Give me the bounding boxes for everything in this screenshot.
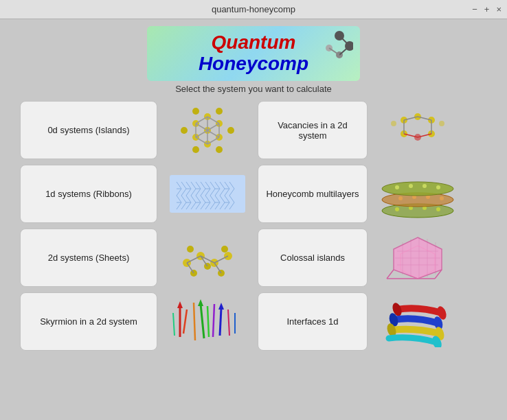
main-content: Quantum Honeycomp Select the system you … [0, 19, 507, 358]
svg-point-14 [227, 127, 234, 134]
svg-rect-46 [170, 175, 245, 213]
svg-point-15 [181, 127, 188, 134]
window-controls[interactable]: − + × [472, 4, 502, 14]
btn-2d-sheets[interactable]: 2d systems (Sheets) [20, 229, 157, 287]
svg-line-114 [213, 304, 214, 337]
img-2d-sheets [163, 229, 252, 287]
svg-point-19 [192, 146, 199, 153]
svg-line-27 [207, 124, 219, 130]
system-grid: 0d systems (Islands) [20, 101, 487, 351]
btn-skyrmion-2d[interactable]: Skyrmion in a 2d system [20, 292, 157, 351]
logo-molecule-decoration [298, 29, 353, 63]
close-button[interactable]: × [496, 4, 502, 14]
minimize-button[interactable]: − [472, 4, 477, 14]
svg-marker-109 [198, 299, 203, 306]
window-title: quantum-honeycomp [212, 4, 295, 14]
svg-point-64 [436, 207, 440, 211]
svg-line-101 [387, 270, 394, 279]
svg-point-85 [221, 246, 228, 253]
svg-line-107 [183, 310, 187, 334]
title-bar: quantum-honeycomp − + × [0, 0, 507, 19]
svg-marker-106 [177, 301, 183, 308]
svg-line-31 [196, 124, 207, 130]
btn-honeycomb-multilayers[interactable]: Honeycomb multilayers [258, 165, 368, 223]
btn-colossal-islands[interactable]: Colossal islands [258, 229, 368, 287]
img-honeycomb-multilayers [373, 165, 462, 223]
maximize-button[interactable]: + [484, 4, 490, 14]
svg-point-70 [440, 196, 444, 200]
svg-line-30 [196, 130, 207, 137]
svg-line-115 [228, 310, 229, 336]
svg-point-74 [409, 184, 413, 188]
svg-point-76 [436, 185, 440, 189]
svg-line-117 [173, 313, 174, 336]
svg-line-20 [207, 117, 219, 124]
svg-line-28 [207, 130, 219, 137]
svg-line-23 [196, 137, 207, 144]
svg-line-4 [339, 36, 350, 46]
svg-point-39 [391, 121, 396, 126]
logo-honeycomp: Honeycomp [199, 54, 308, 75]
svg-point-18 [216, 146, 223, 153]
img-colossal-islands [373, 229, 462, 287]
svg-line-110 [207, 306, 209, 337]
svg-point-17 [192, 108, 199, 115]
svg-point-38 [439, 121, 444, 126]
svg-line-22 [207, 137, 219, 144]
svg-marker-112 [218, 303, 224, 310]
img-1d-ribbons [163, 165, 252, 223]
subtitle-text: Select the system you want to calculate [175, 84, 332, 94]
svg-point-84 [187, 246, 194, 253]
img-skyrmion-2d [163, 292, 252, 351]
btn-1d-ribbons[interactable]: 1d systems (Ribbons) [20, 165, 157, 223]
logo-quantum: Quantum [212, 32, 296, 54]
btn-vacancies-2d[interactable]: Vacancies in a 2d system [258, 101, 368, 159]
img-interfaces-1d [373, 292, 462, 351]
svg-point-73 [395, 185, 399, 189]
svg-point-61 [395, 207, 399, 211]
svg-point-75 [422, 184, 427, 188]
svg-point-16 [216, 108, 223, 115]
svg-line-6 [329, 48, 339, 55]
svg-line-113 [194, 303, 195, 340]
btn-interfaces-1d[interactable]: Interfaces 1d [258, 292, 368, 351]
svg-line-108 [201, 304, 204, 338]
img-0d-islands [163, 101, 252, 159]
svg-line-25 [196, 117, 207, 124]
img-vacancies-2d [373, 101, 462, 159]
logo-area: Quantum Honeycomp [147, 26, 360, 81]
svg-line-111 [220, 308, 221, 336]
svg-point-67 [398, 196, 403, 200]
btn-0d-islands[interactable]: 0d systems (Islands) [20, 101, 157, 159]
